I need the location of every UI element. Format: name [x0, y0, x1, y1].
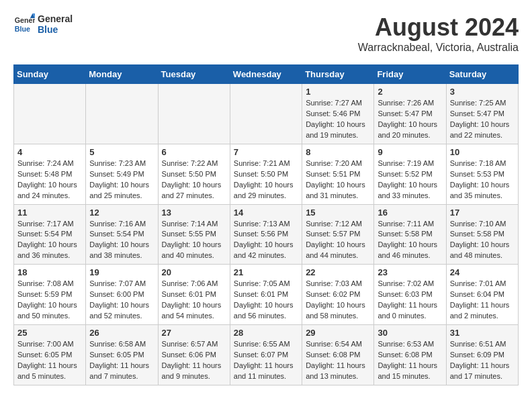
calendar-cell: 15Sunrise: 7:12 AM Sunset: 5:57 PM Dayli…	[302, 204, 374, 265]
calendar-cell: 13Sunrise: 7:14 AM Sunset: 5:55 PM Dayli…	[158, 204, 230, 265]
day-info: Sunrise: 6:54 AM Sunset: 6:08 PM Dayligh…	[306, 339, 370, 382]
calendar-cell: 4Sunrise: 7:24 AM Sunset: 5:48 PM Daylig…	[14, 144, 86, 204]
col-header-sunday: Sunday	[14, 65, 86, 84]
calendar-cell: 22Sunrise: 7:03 AM Sunset: 6:02 PM Dayli…	[302, 265, 374, 325]
svg-text:Blue: Blue	[15, 25, 30, 33]
day-info: Sunrise: 7:00 AM Sunset: 6:05 PM Dayligh…	[17, 339, 82, 382]
title-area: August 2024 Warracknabeal, Victoria, Aus…	[358, 13, 519, 54]
day-info: Sunrise: 7:05 AM Sunset: 6:01 PM Dayligh…	[234, 279, 298, 322]
calendar-cell: 11Sunrise: 7:17 AM Sunset: 5:54 PM Dayli…	[14, 204, 86, 265]
day-number: 16	[378, 208, 442, 218]
day-info: Sunrise: 7:19 AM Sunset: 5:52 PM Dayligh…	[378, 158, 442, 201]
calendar-cell: 6Sunrise: 7:22 AM Sunset: 5:50 PM Daylig…	[158, 144, 230, 204]
day-number: 9	[378, 147, 442, 157]
calendar-cell: 5Sunrise: 7:23 AM Sunset: 5:49 PM Daylig…	[86, 144, 158, 204]
day-info: Sunrise: 7:26 AM Sunset: 5:47 PM Dayligh…	[378, 98, 442, 141]
day-info: Sunrise: 7:08 AM Sunset: 5:59 PM Dayligh…	[17, 279, 82, 322]
day-info: Sunrise: 7:03 AM Sunset: 6:02 PM Dayligh…	[306, 279, 370, 322]
calendar-cell: 23Sunrise: 7:02 AM Sunset: 6:03 PM Dayli…	[374, 265, 446, 325]
day-number: 3	[450, 87, 515, 97]
calendar-cell	[230, 84, 302, 144]
day-number: 18	[17, 267, 82, 277]
day-number: 11	[17, 208, 82, 218]
header: General Blue General Blue August 2024 Wa…	[13, 13, 519, 54]
day-info: Sunrise: 7:10 AM Sunset: 5:58 PM Dayligh…	[450, 219, 515, 262]
logo-blue: Blue	[38, 24, 73, 35]
calendar-cell: 9Sunrise: 7:19 AM Sunset: 5:52 PM Daylig…	[374, 144, 446, 204]
col-header-tuesday: Tuesday	[158, 65, 230, 84]
header-row: SundayMondayTuesdayWednesdayThursdayFrid…	[14, 65, 519, 84]
day-number: 30	[378, 328, 442, 338]
day-info: Sunrise: 7:27 AM Sunset: 5:46 PM Dayligh…	[306, 98, 370, 141]
calendar-cell: 29Sunrise: 6:54 AM Sunset: 6:08 PM Dayli…	[302, 325, 374, 385]
day-number: 8	[306, 147, 370, 157]
calendar-cell: 21Sunrise: 7:05 AM Sunset: 6:01 PM Dayli…	[230, 265, 302, 325]
day-info: Sunrise: 7:22 AM Sunset: 5:50 PM Dayligh…	[162, 158, 226, 201]
week-row-2: 4Sunrise: 7:24 AM Sunset: 5:48 PM Daylig…	[14, 144, 519, 204]
day-info: Sunrise: 7:16 AM Sunset: 5:54 PM Dayligh…	[89, 219, 154, 262]
col-header-saturday: Saturday	[446, 65, 518, 84]
day-info: Sunrise: 7:21 AM Sunset: 5:50 PM Dayligh…	[234, 158, 298, 201]
calendar-cell: 14Sunrise: 7:13 AM Sunset: 5:56 PM Dayli…	[230, 204, 302, 265]
day-number: 6	[162, 147, 226, 157]
calendar-cell: 12Sunrise: 7:16 AM Sunset: 5:54 PM Dayli…	[86, 204, 158, 265]
day-info: Sunrise: 6:58 AM Sunset: 6:05 PM Dayligh…	[89, 339, 154, 382]
day-info: Sunrise: 7:14 AM Sunset: 5:55 PM Dayligh…	[162, 219, 226, 262]
calendar-cell: 31Sunrise: 6:51 AM Sunset: 6:09 PM Dayli…	[446, 325, 518, 385]
day-info: Sunrise: 7:01 AM Sunset: 6:04 PM Dayligh…	[450, 279, 515, 322]
day-number: 10	[450, 147, 515, 157]
day-info: Sunrise: 7:20 AM Sunset: 5:51 PM Dayligh…	[306, 158, 370, 201]
day-info: Sunrise: 7:23 AM Sunset: 5:49 PM Dayligh…	[89, 158, 154, 201]
calendar-cell: 27Sunrise: 6:57 AM Sunset: 6:06 PM Dayli…	[158, 325, 230, 385]
calendar-cell	[14, 84, 86, 144]
day-number: 31	[450, 328, 515, 338]
logo: General Blue General Blue	[13, 13, 73, 35]
calendar-cell	[158, 84, 230, 144]
day-number: 23	[378, 267, 442, 277]
day-info: Sunrise: 7:18 AM Sunset: 5:53 PM Dayligh…	[450, 158, 515, 201]
calendar-table: SundayMondayTuesdayWednesdayThursdayFrid…	[13, 64, 519, 385]
week-row-1: 1Sunrise: 7:27 AM Sunset: 5:46 PM Daylig…	[14, 84, 519, 144]
day-info: Sunrise: 7:25 AM Sunset: 5:47 PM Dayligh…	[450, 98, 515, 141]
calendar-cell: 28Sunrise: 6:55 AM Sunset: 6:07 PM Dayli…	[230, 325, 302, 385]
calendar-cell: 1Sunrise: 7:27 AM Sunset: 5:46 PM Daylig…	[302, 84, 374, 144]
calendar-cell: 24Sunrise: 7:01 AM Sunset: 6:04 PM Dayli…	[446, 265, 518, 325]
day-number: 7	[234, 147, 298, 157]
day-number: 25	[17, 328, 82, 338]
week-row-4: 18Sunrise: 7:08 AM Sunset: 5:59 PM Dayli…	[14, 265, 519, 325]
col-header-friday: Friday	[374, 65, 446, 84]
week-row-5: 25Sunrise: 7:00 AM Sunset: 6:05 PM Dayli…	[14, 325, 519, 385]
calendar-cell: 30Sunrise: 6:53 AM Sunset: 6:08 PM Dayli…	[374, 325, 446, 385]
day-info: Sunrise: 7:24 AM Sunset: 5:48 PM Dayligh…	[17, 158, 82, 201]
day-number: 21	[234, 267, 298, 277]
day-info: Sunrise: 7:07 AM Sunset: 6:00 PM Dayligh…	[89, 279, 154, 322]
col-header-wednesday: Wednesday	[230, 65, 302, 84]
day-number: 26	[89, 328, 154, 338]
calendar-cell: 10Sunrise: 7:18 AM Sunset: 5:53 PM Dayli…	[446, 144, 518, 204]
calendar-cell: 8Sunrise: 7:20 AM Sunset: 5:51 PM Daylig…	[302, 144, 374, 204]
day-number: 17	[450, 208, 515, 218]
calendar-cell: 17Sunrise: 7:10 AM Sunset: 5:58 PM Dayli…	[446, 204, 518, 265]
day-number: 19	[89, 267, 154, 277]
calendar-cell: 25Sunrise: 7:00 AM Sunset: 6:05 PM Dayli…	[14, 325, 86, 385]
day-number: 2	[378, 87, 442, 97]
day-info: Sunrise: 7:06 AM Sunset: 6:01 PM Dayligh…	[162, 279, 226, 322]
day-info: Sunrise: 7:17 AM Sunset: 5:54 PM Dayligh…	[17, 219, 82, 262]
day-number: 29	[306, 328, 370, 338]
calendar-cell: 26Sunrise: 6:58 AM Sunset: 6:05 PM Dayli…	[86, 325, 158, 385]
day-number: 28	[234, 328, 298, 338]
calendar-cell: 2Sunrise: 7:26 AM Sunset: 5:47 PM Daylig…	[374, 84, 446, 144]
day-info: Sunrise: 7:12 AM Sunset: 5:57 PM Dayligh…	[306, 219, 370, 262]
day-number: 22	[306, 267, 370, 277]
calendar-cell: 7Sunrise: 7:21 AM Sunset: 5:50 PM Daylig…	[230, 144, 302, 204]
day-number: 12	[89, 208, 154, 218]
calendar-cell	[86, 84, 158, 144]
page-title: August 2024	[358, 13, 519, 42]
day-number: 24	[450, 267, 515, 277]
calendar-cell: 19Sunrise: 7:07 AM Sunset: 6:00 PM Dayli…	[86, 265, 158, 325]
day-info: Sunrise: 7:11 AM Sunset: 5:58 PM Dayligh…	[378, 219, 442, 262]
day-info: Sunrise: 6:57 AM Sunset: 6:06 PM Dayligh…	[162, 339, 226, 382]
calendar-cell: 20Sunrise: 7:06 AM Sunset: 6:01 PM Dayli…	[158, 265, 230, 325]
day-info: Sunrise: 7:02 AM Sunset: 6:03 PM Dayligh…	[378, 279, 442, 322]
calendar-cell: 3Sunrise: 7:25 AM Sunset: 5:47 PM Daylig…	[446, 84, 518, 144]
